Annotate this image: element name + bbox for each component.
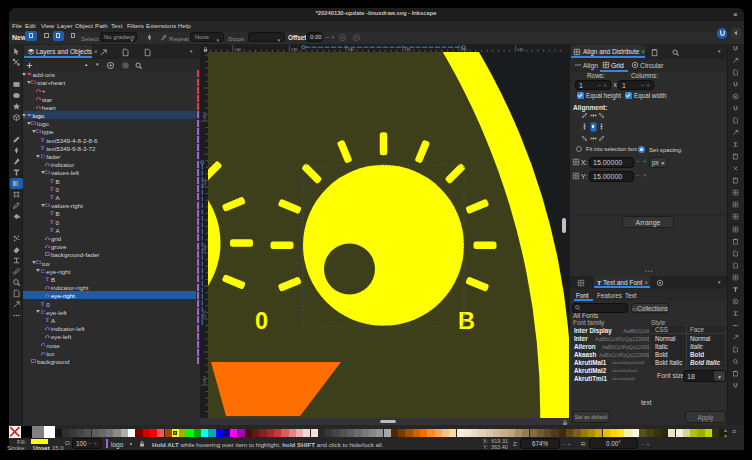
svg-text:400: 400 — [202, 112, 207, 120]
svg-text:B: B — [458, 308, 475, 334]
svg-text:0: 0 — [255, 308, 268, 334]
svg-text:500: 500 — [234, 47, 242, 52]
svg-text:625: 625 — [517, 47, 525, 52]
svg-text:525: 525 — [291, 47, 299, 52]
svg-text:500: 500 — [202, 376, 207, 384]
